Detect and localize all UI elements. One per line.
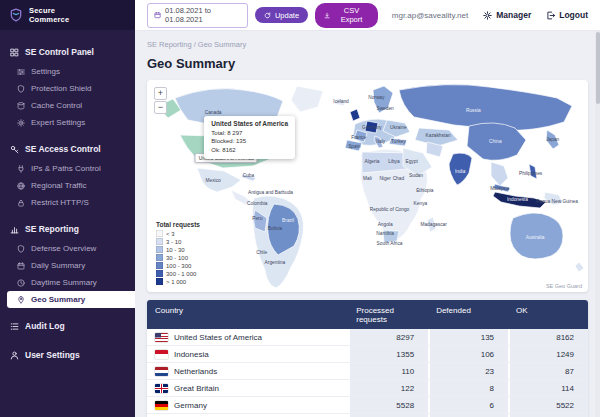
user-email: mgr.ap@saveality.net [392, 11, 468, 20]
page-scrollbar[interactable] [595, 30, 600, 417]
map-label: Canada [205, 109, 222, 114]
ok-cell: 8162 [508, 329, 588, 345]
sidebar-item-protection-shield[interactable]: Protection Shield [0, 80, 135, 97]
sidebar: Secure Commerce SE Control PanelSettings… [0, 0, 135, 417]
country-flag-icon [155, 350, 168, 359]
processed-requests-cell: 8297 [348, 329, 428, 345]
sidebar-item-daytime-summary[interactable]: Daytime Summary [0, 274, 135, 291]
geo-summary-table: Country Processed requests Defended OK U… [147, 300, 588, 417]
content-area: SE Reporting / Geo Summary Geo Summary [135, 31, 600, 417]
brand-logo[interactable]: Secure Commerce [0, 0, 135, 30]
sidebar-item-daily-summary[interactable]: Daily Summary [0, 257, 135, 274]
topbar: 01.08.2021 to 01.08.2021 Update CSV Expo… [135, 0, 600, 31]
sidebar-item-settings[interactable]: Settings [0, 63, 135, 80]
date-range-input[interactable]: 01.08.2021 to 01.08.2021 [147, 3, 248, 28]
sidebar-item-geo-summary[interactable]: Geo Summary [7, 291, 135, 308]
manager-menu[interactable]: Manager [483, 10, 531, 20]
processed-requests-cell: 122 [348, 380, 428, 396]
legend-item: 300 - 1 000 [156, 270, 200, 277]
logout-button[interactable]: Logout [546, 10, 588, 20]
update-button[interactable]: Update [255, 7, 308, 23]
map-label: Philippines [519, 171, 542, 176]
country-flag-icon [155, 384, 168, 393]
map-label: Peru [252, 215, 262, 220]
map-tooltip: United States of America Total: 8 297 Bl… [204, 116, 295, 159]
map-label: South Africa [377, 241, 403, 246]
zoom-out-button[interactable]: − [154, 101, 167, 114]
shield-icon [17, 245, 25, 253]
calendar-icon [154, 11, 161, 19]
map-label: Kenya [414, 200, 428, 205]
sidebar-section-control-panel[interactable]: SE Control Panel [0, 41, 135, 63]
pin-icon [17, 296, 25, 304]
legend-swatch [156, 238, 163, 245]
map-label: Brazil [282, 217, 294, 222]
map-label: Indonesia [507, 196, 528, 201]
list-icon [10, 322, 19, 331]
sidebar-item-ips-paths-control[interactable]: IPs & Paths Control [0, 160, 135, 177]
table-row: United States of America 8297 135 8162 [147, 329, 588, 346]
defended-cell: 8 [428, 380, 508, 396]
country-name: Netherlands [174, 367, 217, 376]
legend-swatch [156, 230, 163, 237]
map-label: Mali [363, 175, 372, 180]
map-label: Turkey [391, 139, 405, 144]
legend-item: 10 - 30 [156, 246, 200, 253]
map-label: Ethiopia [416, 188, 433, 193]
legend-item: 30 - 100 [156, 254, 200, 261]
defended-cell: 23 [428, 363, 508, 379]
table-row: Germany 5528 6 5522 [147, 397, 588, 414]
map-label: Malaysia [490, 186, 509, 191]
country-name: United States of America [174, 333, 262, 342]
network-icon [17, 165, 25, 173]
legend-item: > 1 000 [156, 278, 200, 285]
tooltip-country: United States of America [211, 120, 288, 127]
map-label: Bolivia [268, 226, 282, 231]
legend-item: 100 - 300 [156, 262, 200, 269]
logout-icon [546, 11, 555, 20]
sidebar-item-defense-overview[interactable]: Defense Overview [0, 240, 135, 257]
country-name: Great Britain [174, 384, 219, 393]
download-icon [324, 12, 330, 19]
processed-requests-cell: 110 [348, 363, 428, 379]
sidebar-section-reporting[interactable]: SE Reporting [0, 218, 135, 240]
table-body: United States of America 8297 135 8162 I… [147, 329, 588, 417]
table-row: Netherlands 110 23 87 [147, 363, 588, 380]
defended-cell: 135 [428, 329, 508, 345]
map-label: Chad [393, 175, 404, 180]
table-row: Indonesia 1355 106 1249 [147, 346, 588, 363]
sidebar-section-user-settings[interactable]: User Settings [0, 344, 135, 366]
processed-requests-cell: 1355 [348, 346, 428, 362]
legend-item: < 3 [156, 230, 200, 237]
clock-icon [17, 279, 25, 287]
legend-title: Total requests [156, 221, 200, 228]
country-name: Germany [174, 401, 207, 410]
tooltip-ok: Ok: 8162 [211, 146, 288, 155]
zoom-in-button[interactable]: + [154, 87, 167, 100]
geo-map-card[interactable]: CanadaUnited States of AmericaMexicoCuba… [147, 80, 588, 292]
shield-icon [17, 85, 25, 93]
country-flag-icon [155, 401, 168, 410]
scrollbar-thumb[interactable] [596, 32, 600, 104]
map-label: France [351, 135, 366, 140]
column-header-processed: Processed requests [348, 300, 428, 329]
sidebar-section-access-control[interactable]: SE Access Control [0, 138, 135, 160]
map-label: Australia [526, 234, 545, 239]
brand-shield-icon [9, 8, 23, 22]
sidebar-item-restrict-https[interactable]: Restrict HTTP/S [0, 194, 135, 211]
sidebar-item-regional-traffic[interactable]: Regional Traffic [0, 177, 135, 194]
sidebar-section-audit-log[interactable]: Audit Log [0, 315, 135, 337]
brand-name: Secure Commerce [29, 6, 69, 24]
sidebar-item-cache-control[interactable]: Cache Control [0, 97, 135, 114]
sidebar-item-expert-settings[interactable]: Expert Settings [0, 114, 135, 131]
processed-requests-cell: 5528 [348, 397, 428, 413]
gear-icon [483, 11, 492, 20]
map-label: Egypt [405, 158, 417, 163]
cache-icon [17, 102, 25, 110]
breadcrumb: SE Reporting / Geo Summary [147, 40, 588, 49]
legend-item: 3 - 10 [156, 238, 200, 245]
legend-swatch [156, 278, 163, 285]
csv-export-button[interactable]: CSV Export [315, 3, 378, 28]
map-label: Spain [348, 143, 360, 148]
map-label: Ukraine [390, 124, 407, 129]
